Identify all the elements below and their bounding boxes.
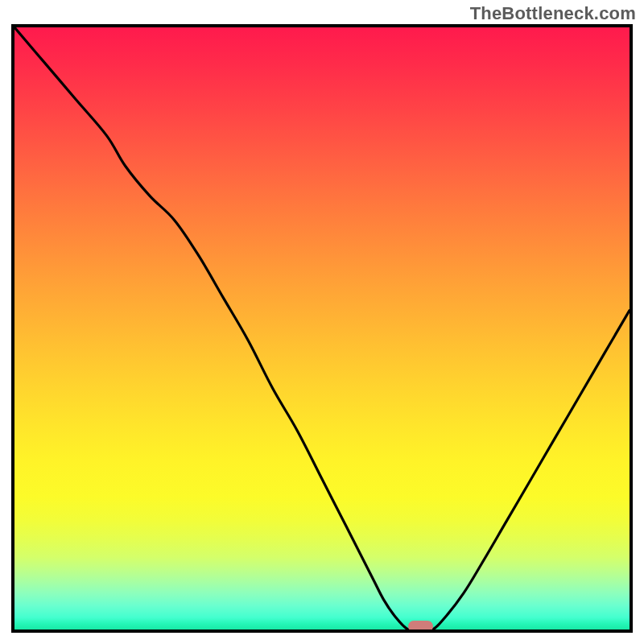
bottleneck-curve [14, 27, 630, 630]
optimal-marker [408, 621, 433, 633]
plot-area [11, 24, 633, 633]
attribution-text: TheBottleneck.com [470, 3, 636, 24]
chart-container: TheBottleneck.com [0, 0, 644, 644]
